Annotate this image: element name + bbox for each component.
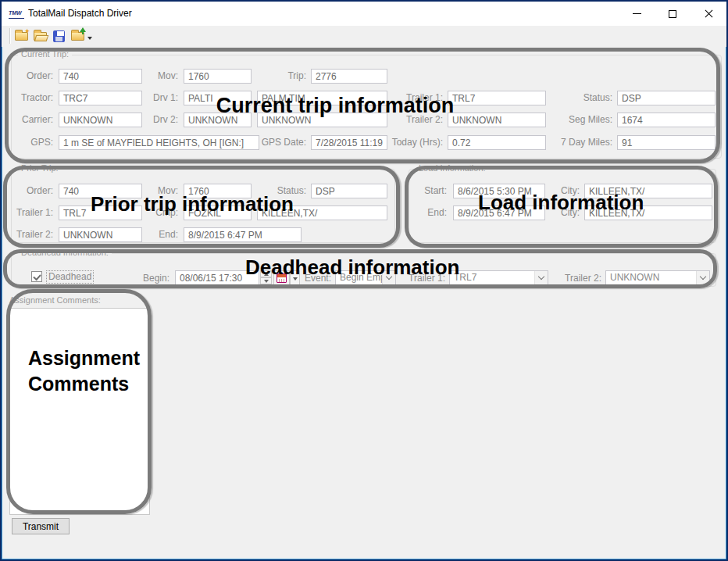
load-start-city-field[interactable] [584,184,712,198]
prior-cmp-field[interactable] [184,205,252,220]
deadhead-trailer2-dropdown[interactable]: UNKNOWN [605,270,710,285]
seg-miles-label: Seg Miles: [556,113,612,127]
event-label: Event: [295,271,331,286]
deadhead-checkbox[interactable] [31,271,42,282]
trip-field[interactable] [311,69,387,84]
load-end-city-label: City: [547,205,580,220]
open-button[interactable] [31,28,48,45]
toolbar-options-icon[interactable] [87,37,92,40]
new-icon: ✦ [15,32,28,41]
deadhead-trailer1-value: TRL7 [454,272,476,283]
load-start-field[interactable] [453,184,545,198]
export-button[interactable] [69,28,86,45]
seg-miles-field[interactable] [617,113,716,127]
calendar-icon [277,273,287,283]
maximize-icon [669,10,676,18]
new-button[interactable]: ✦ [12,28,30,45]
open-icon [34,32,47,41]
deadhead-checkbox-label[interactable]: Deadhead [46,270,94,284]
app-window: TMW TotalMail Dispatch Driver ✦ Current … [0,0,728,561]
spinner-up-icon[interactable] [260,270,272,277]
order-field[interactable] [59,69,142,84]
mov-label: Mov: [137,69,178,84]
prior-status-label: Status: [255,184,306,198]
seven-day-miles-field[interactable] [617,135,716,150]
load-end-field[interactable] [453,205,545,220]
trailer2-label: Trailer 2: [391,113,443,127]
chevron-down-icon[interactable] [382,271,395,284]
carrier-label: Carrier: [6,113,53,127]
prior-mov-field[interactable] [184,184,252,198]
drv1-label: Drv 1: [137,91,178,105]
load-end-city-field[interactable] [584,205,712,220]
trip-label: Trip: [264,69,306,84]
prior-status-field[interactable] [311,184,387,198]
carrier-field[interactable] [59,113,142,127]
prior-trailer1-field[interactable] [59,205,142,220]
drv2-label: Drv 2: [137,113,178,127]
export-icon [71,32,84,41]
drv2-name-field[interactable] [257,113,387,127]
assignment-comments-input[interactable] [9,308,150,515]
mov-field[interactable] [184,69,252,84]
seven-day-miles-label: 7 Day Miles: [544,135,612,150]
prior-trip-legend: Prior Trip: [18,163,62,173]
begin-field[interactable] [175,270,259,285]
prior-trailer2-label: Trailer 2: [6,227,53,242]
title-bar: TMW TotalMail Dispatch Driver [2,2,726,26]
prior-end-field[interactable] [184,227,302,242]
window-title: TotalMail Dispatch Driver [28,8,132,19]
prior-order-field[interactable] [59,184,142,198]
deadhead-trailer1-label: Trailer 1: [398,271,445,286]
deadhead-legend: Deadhead Information: [18,248,112,257]
begin-spinner[interactable] [260,270,272,285]
tractor-field[interactable] [59,91,142,105]
deadhead-trailer2-label: Trailer 2: [553,271,601,286]
gps-date-label: GPS Date: [259,135,306,150]
minimize-icon [633,13,641,14]
load-end-label: End: [408,205,447,220]
app-logo-icon: TMW [9,9,24,19]
toolbar-grip [9,28,11,44]
minimize-button[interactable] [619,2,655,26]
prior-trailer1-label: Trailer 1: [6,205,53,220]
deadhead-trailer1-dropdown[interactable]: TRL7 [449,270,548,285]
drv2-field[interactable] [184,113,252,127]
event-dropdown[interactable]: Begin Empty [335,270,396,285]
begin-calendar-button[interactable] [273,270,290,285]
gps-date-field[interactable] [311,135,387,150]
close-button[interactable] [691,2,726,26]
order-label: Order: [6,69,53,84]
prior-order-label: Order: [6,184,53,198]
load-start-label: Start: [408,184,447,198]
toolbar: ✦ [2,26,726,47]
trailer1-label: Trailer 1: [391,91,443,105]
status-field[interactable] [617,91,716,105]
status-label: Status: [556,91,612,105]
tractor-label: Tractor: [6,91,53,105]
today-hrs-label: Today (Hrs): [382,135,443,150]
trailer2-field[interactable] [448,113,546,127]
load-info-legend: Load Information: [416,163,489,173]
gps-label: GPS: [6,135,53,150]
drv1-name-field[interactable] [257,91,387,105]
drv1-field[interactable] [184,91,252,105]
deadhead-trailer2-value: UNKNOWN [610,272,659,283]
prior-cmp-label: Cmp: [137,205,178,220]
maximize-button[interactable] [655,2,691,26]
chevron-down-icon[interactable] [534,271,548,284]
chevron-down-icon[interactable] [696,271,709,284]
save-icon [53,30,65,42]
gps-field[interactable] [59,135,259,150]
save-button[interactable] [50,28,67,45]
close-icon [704,9,714,19]
transmit-button[interactable]: Transmit [12,518,70,534]
prior-cmp-city-field[interactable] [257,205,387,220]
prior-end-label: End: [137,227,178,242]
load-start-city-label: City: [547,184,580,198]
spinner-down-icon[interactable] [260,277,272,284]
trailer1-field[interactable] [448,91,546,105]
today-hrs-field[interactable] [448,135,546,150]
prior-trailer2-field[interactable] [59,227,142,242]
current-trip-legend: Current Trip: [18,49,72,59]
